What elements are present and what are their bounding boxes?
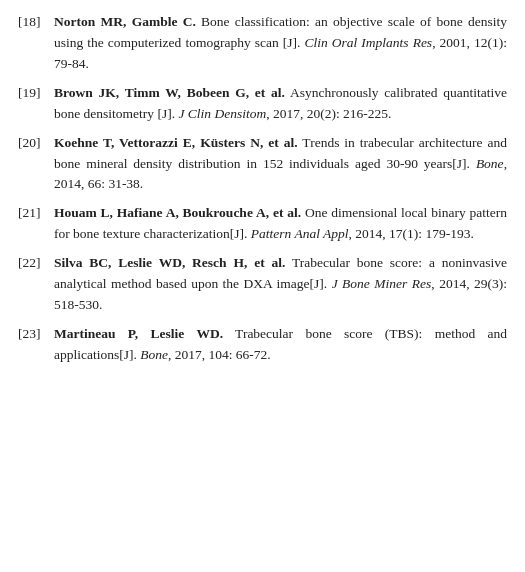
list-item: [20]Koehne T, Vettorazzi E, Küsters N, e… (18, 133, 507, 196)
ref-number: [19] (18, 83, 54, 104)
list-item: [23]Martineau P, Leslie WD. Trabecular b… (18, 324, 507, 366)
ref-content: Martineau P, Leslie WD. Trabecular bone … (54, 324, 507, 366)
ref-content: Norton MR, Gamble C. Bone classification… (54, 12, 507, 75)
ref-content: Koehne T, Vettorazzi E, Küsters N, et al… (54, 133, 507, 196)
list-item: [21]Houam L, Hafiane A, Boukrouche A, et… (18, 203, 507, 245)
ref-number: [23] (18, 324, 54, 345)
ref-number: [20] (18, 133, 54, 154)
ref-content: Silva BC, Leslie WD, Resch H, et al. Tra… (54, 253, 507, 316)
list-item: [18]Norton MR, Gamble C. Bone classifica… (18, 12, 507, 75)
ref-content: Houam L, Hafiane A, Boukrouche A, et al.… (54, 203, 507, 245)
ref-number: [18] (18, 12, 54, 33)
ref-number: [22] (18, 253, 54, 274)
list-item: [22]Silva BC, Leslie WD, Resch H, et al.… (18, 253, 507, 316)
reference-list: [18]Norton MR, Gamble C. Bone classifica… (18, 12, 507, 366)
ref-number: [21] (18, 203, 54, 224)
ref-content: Brown JK, Timm W, Bobeen G, et al. Async… (54, 83, 507, 125)
list-item: [19]Brown JK, Timm W, Bobeen G, et al. A… (18, 83, 507, 125)
